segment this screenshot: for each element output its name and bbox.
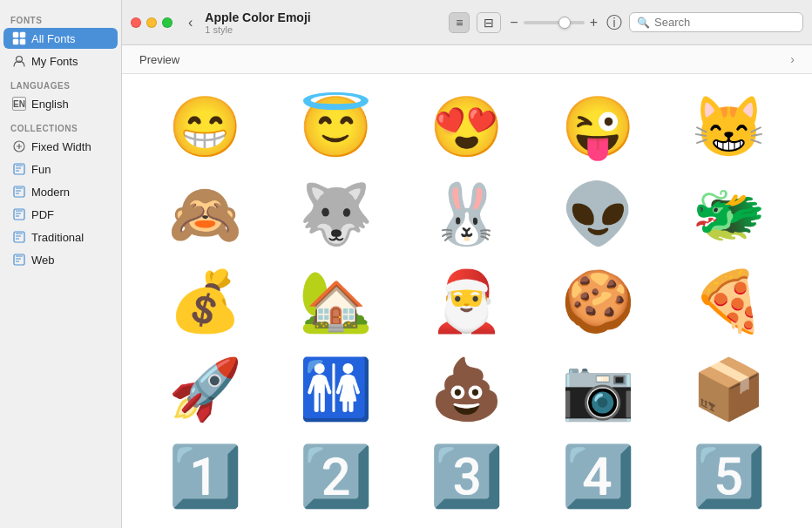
maximize-button[interactable]: [162, 17, 173, 28]
emoji-cell[interactable]: 📦: [664, 345, 795, 432]
sidebar-item-fixed-width[interactable]: Fixed Width: [3, 136, 118, 157]
emoji-cell[interactable]: 🎅: [402, 257, 532, 344]
titlebar: ‹ Apple Color Emoji 1 style ≡ ⊟ − + ⓘ: [122, 0, 812, 45]
emoji-cell[interactable]: 🐺: [270, 170, 401, 257]
emoji-cell[interactable]: 🐲: [664, 170, 795, 257]
emoji-cell[interactable]: 1️⃣: [139, 432, 270, 519]
preview-chevron-icon: ›: [790, 52, 795, 66]
sidebar-item-modern[interactable]: Modern: [3, 181, 118, 202]
emoji-cell[interactable]: 🙈: [139, 170, 270, 257]
web-label: Web: [31, 254, 55, 267]
emoji-cell[interactable]: 🍪: [532, 257, 663, 344]
sidebar: Fonts All Fonts My Fonts Languages EN En…: [0, 0, 122, 528]
fixed-width-label: Fixed Width: [31, 140, 91, 153]
info-button[interactable]: ⓘ: [606, 12, 622, 33]
fun-icon: [12, 162, 26, 176]
my-fonts-icon: [12, 54, 26, 68]
emoji-grid: 😁😇😍😜😸🙈🐺🐰👽🐲💰🏡🎅🍪🍕🚀🚻💩📷📦1️⃣2️⃣3️⃣4️⃣5️⃣: [122, 74, 812, 528]
grid-view-button[interactable]: ⊟: [477, 12, 501, 33]
emoji-cell[interactable]: 😇: [270, 83, 401, 170]
english-label: English: [31, 98, 69, 111]
emoji-cell[interactable]: 5️⃣: [664, 432, 795, 519]
window-controls: [131, 17, 173, 28]
all-fonts-label: All Fonts: [31, 32, 76, 45]
sidebar-item-web[interactable]: Web: [3, 249, 118, 270]
sidebar-item-english[interactable]: EN English: [3, 93, 118, 114]
size-slider-track[interactable]: [524, 21, 585, 24]
emoji-cell[interactable]: 💩: [402, 345, 532, 432]
sidebar-item-all-fonts[interactable]: All Fonts: [3, 28, 118, 49]
svg-rect-3: [20, 39, 25, 44]
fun-label: Fun: [31, 163, 51, 176]
minimize-button[interactable]: [146, 17, 157, 28]
emoji-cell[interactable]: 📷: [532, 345, 663, 432]
list-view-button[interactable]: ≡: [449, 12, 470, 33]
emoji-cell[interactable]: 🚀: [139, 345, 270, 432]
web-icon: [12, 253, 26, 267]
emoji-cell[interactable]: 🚻: [270, 345, 401, 432]
font-title-block: Apple Color Emoji 1 style: [205, 10, 442, 35]
emoji-cell[interactable]: 😍: [402, 83, 532, 170]
size-increase-button[interactable]: +: [588, 15, 599, 30]
emoji-cell[interactable]: 3️⃣: [402, 432, 532, 519]
back-button[interactable]: ‹: [183, 13, 198, 32]
emoji-cell[interactable]: 🐰: [402, 170, 532, 257]
close-button[interactable]: [131, 17, 141, 28]
search-input[interactable]: [654, 16, 795, 29]
emoji-cell[interactable]: 😁: [139, 83, 270, 170]
toolbar-controls: ≡ ⊟ − + ⓘ 🔍: [449, 12, 803, 33]
search-icon: 🔍: [637, 17, 650, 29]
sidebar-item-my-fonts[interactable]: My Fonts: [3, 51, 118, 71]
languages-section-label: Languages: [0, 72, 121, 92]
traditional-icon: [12, 230, 26, 244]
traditional-label: Traditional: [31, 231, 84, 244]
size-decrease-button[interactable]: −: [508, 15, 519, 30]
pdf-label: PDF: [31, 208, 54, 221]
svg-rect-0: [13, 32, 18, 37]
emoji-cell[interactable]: 🍕: [664, 257, 795, 344]
search-box: 🔍: [629, 12, 803, 32]
svg-rect-1: [20, 32, 25, 37]
fixed-width-icon: [12, 139, 26, 153]
collections-section-label: Collections: [0, 115, 121, 135]
info-icon: ⓘ: [606, 14, 622, 31]
emoji-cell[interactable]: 💰: [139, 257, 270, 344]
size-slider-thumb[interactable]: [558, 17, 571, 29]
sidebar-item-fun[interactable]: Fun: [3, 159, 118, 179]
grid-view-icon: ⊟: [484, 16, 494, 30]
my-fonts-label: My Fonts: [31, 55, 78, 68]
main-content: ‹ Apple Color Emoji 1 style ≡ ⊟ − + ⓘ: [122, 0, 812, 528]
preview-header: Preview ›: [122, 45, 812, 74]
list-view-icon: ≡: [456, 16, 463, 30]
emoji-cell[interactable]: 😸: [664, 83, 795, 170]
preview-label: Preview: [139, 53, 179, 66]
font-subtitle: 1 style: [205, 24, 442, 35]
pdf-icon: [12, 207, 26, 221]
modern-label: Modern: [31, 186, 70, 199]
fonts-section-label: Fonts: [0, 7, 121, 27]
emoji-cell[interactable]: 🏡: [270, 257, 401, 344]
emoji-cell[interactable]: 😜: [532, 83, 663, 170]
all-fonts-icon: [12, 31, 26, 45]
svg-rect-2: [13, 39, 18, 44]
modern-icon: [12, 185, 26, 199]
font-title: Apple Color Emoji: [205, 10, 442, 24]
english-icon: EN: [12, 97, 26, 111]
emoji-cell[interactable]: 4️⃣: [532, 432, 663, 519]
size-slider-group: − +: [508, 15, 599, 30]
emoji-cell[interactable]: 2️⃣: [270, 432, 401, 519]
sidebar-item-traditional[interactable]: Traditional: [3, 227, 118, 247]
emoji-cell[interactable]: 👽: [532, 170, 663, 257]
sidebar-item-pdf[interactable]: PDF: [3, 204, 118, 225]
